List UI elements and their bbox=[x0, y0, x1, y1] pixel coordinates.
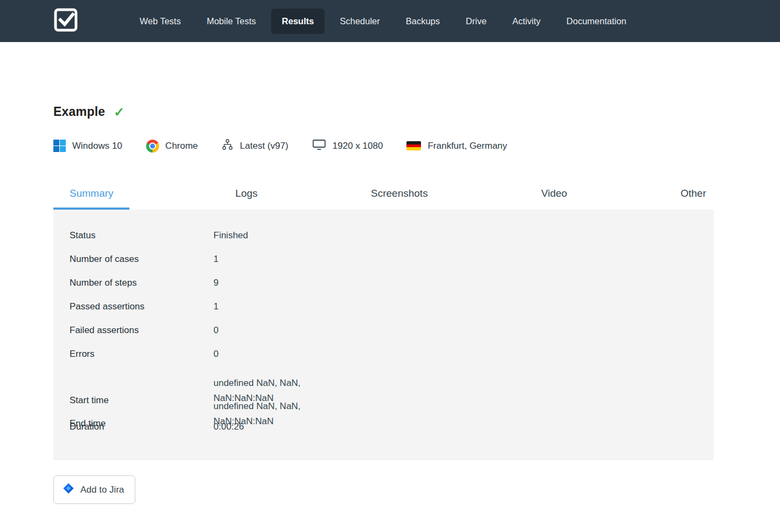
germany-flag-icon bbox=[406, 141, 421, 150]
row-label: Errors bbox=[53, 349, 213, 360]
chrome-icon bbox=[146, 140, 159, 153]
tab-summary[interactable]: Summary bbox=[53, 188, 129, 210]
tab-video[interactable]: Video bbox=[534, 188, 575, 210]
row-label: Duration bbox=[53, 422, 213, 432]
nav-item-drive[interactable]: Drive bbox=[455, 9, 498, 34]
row-label: Number of cases bbox=[53, 254, 213, 265]
checkbox-logo-icon bbox=[53, 7, 79, 35]
env-resolution: 1920 x 1080 bbox=[312, 139, 383, 153]
summary-row-status: Status Finished bbox=[53, 224, 714, 247]
env-version-label: Latest (v97) bbox=[240, 141, 288, 151]
summary-row-steps: Number of steps 9 bbox=[53, 271, 714, 295]
row-value: Finished bbox=[213, 230, 248, 241]
env-browser: Chrome bbox=[146, 140, 198, 153]
row-label: Status bbox=[53, 230, 213, 241]
env-browser-label: Chrome bbox=[165, 141, 198, 151]
summary-row-failed-assertions: Failed assertions 0 bbox=[53, 319, 714, 342]
row-value: 9 bbox=[213, 278, 218, 288]
success-check-icon: ✓ bbox=[114, 106, 125, 119]
add-to-jira-button[interactable]: Add to Jira bbox=[53, 475, 135, 504]
result-tabs: Summary Logs Screenshots Video Other bbox=[53, 188, 714, 210]
version-branch-icon bbox=[222, 139, 233, 153]
page-title: Example bbox=[53, 105, 105, 119]
env-os-label: Windows 10 bbox=[72, 141, 122, 151]
environment-row: Windows 10 Chrome Latest (v97) bbox=[53, 139, 714, 153]
env-location: Frankfurt, Germany bbox=[406, 141, 507, 151]
top-navbar: Web Tests Mobile Tests Results Scheduler… bbox=[0, 0, 780, 42]
nav-item-backups[interactable]: Backups bbox=[395, 9, 451, 34]
row-label: Failed assertions bbox=[53, 325, 213, 336]
nav-items: Web Tests Mobile Tests Results Scheduler… bbox=[129, 9, 637, 34]
row-label: Number of steps bbox=[53, 278, 213, 288]
row-value: 0 bbox=[213, 349, 218, 360]
nav-item-documentation[interactable]: Documentation bbox=[556, 9, 637, 34]
row-label: Passed assertions bbox=[53, 301, 213, 312]
env-resolution-label: 1920 x 1080 bbox=[333, 141, 383, 151]
windows-icon bbox=[53, 140, 66, 152]
env-location-label: Frankfurt, Germany bbox=[427, 141, 507, 151]
summary-row-errors: Errors 0 bbox=[53, 342, 714, 366]
row-label: Start time bbox=[53, 395, 213, 406]
test-title-row: Example ✓ bbox=[53, 105, 714, 119]
row-value: 0:00:26 bbox=[213, 422, 244, 432]
add-to-jira-label: Add to Jira bbox=[80, 485, 124, 495]
summary-row-cases: Number of cases 1 bbox=[53, 247, 714, 271]
env-os: Windows 10 bbox=[53, 140, 122, 152]
summary-row-passed-assertions: Passed assertions 1 bbox=[53, 295, 714, 319]
tab-other[interactable]: Other bbox=[673, 188, 714, 210]
row-value: 1 bbox=[213, 254, 218, 265]
row-value: 1 bbox=[213, 301, 218, 312]
jira-icon bbox=[63, 482, 74, 497]
row-value: 0 bbox=[213, 325, 218, 336]
env-version: Latest (v97) bbox=[222, 139, 288, 153]
monitor-icon bbox=[312, 139, 326, 153]
main-content: Example ✓ Windows 10 Chrome Latest bbox=[53, 105, 714, 504]
summary-row-duration: Duration 0:00:26 bbox=[53, 422, 714, 432]
tab-screenshots[interactable]: Screenshots bbox=[363, 188, 436, 210]
nav-item-scheduler[interactable]: Scheduler bbox=[329, 9, 390, 34]
nav-item-activity[interactable]: Activity bbox=[502, 9, 551, 34]
nav-item-web-tests[interactable]: Web Tests bbox=[129, 9, 191, 34]
nav-item-mobile-tests[interactable]: Mobile Tests bbox=[196, 9, 266, 34]
tab-logs[interactable]: Logs bbox=[228, 188, 265, 210]
app-logo[interactable] bbox=[52, 8, 79, 34]
nav-item-results[interactable]: Results bbox=[271, 9, 325, 34]
summary-panel: Status Finished Number of cases 1 Number… bbox=[53, 210, 714, 460]
